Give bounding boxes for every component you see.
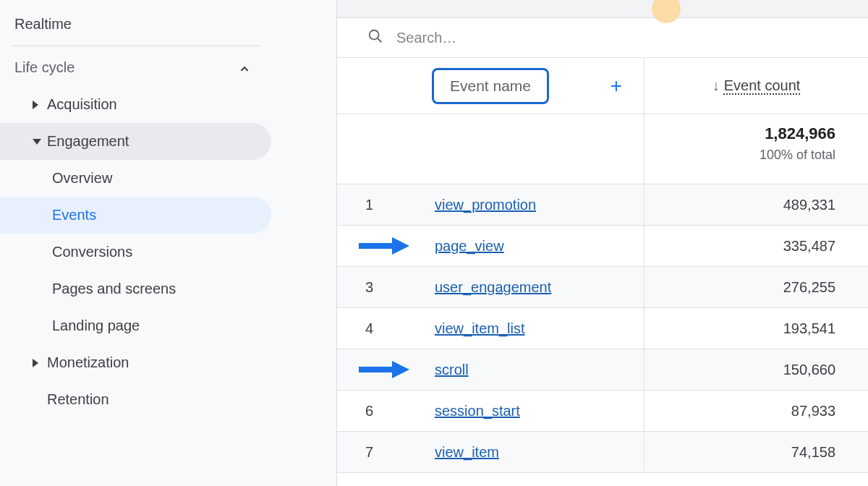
row-count: 335,487 [644, 238, 868, 255]
top-bar [337, 0, 868, 18]
sidebar-label: Pages and screens [52, 281, 176, 297]
event-name-highlight: Event name [432, 68, 549, 104]
caret-right-icon [33, 359, 41, 367]
sidebar-label: Acquisition [47, 96, 117, 113]
sidebar-item-overview[interactable]: Overview [0, 160, 271, 197]
search-row [337, 18, 868, 58]
sidebar-label: Events [52, 207, 96, 223]
event-link[interactable]: view_item [402, 444, 499, 461]
sidebar-item-monetization[interactable]: Monetization [0, 344, 271, 381]
total-value: 1,824,966 [644, 124, 835, 143]
table-row: 4view_item_list193,541 [337, 308, 868, 349]
svg-line-1 [378, 38, 381, 42]
divider [11, 46, 260, 46]
event-link[interactable]: view_item_list [402, 320, 524, 337]
sidebar-label: Retention [47, 391, 109, 408]
row-number: 6 [337, 403, 402, 419]
row-number: 1 [337, 197, 402, 213]
row-name-cell: 3user_engagement [337, 267, 644, 307]
sidebar-section-lifecycle[interactable]: Life cycle [0, 49, 271, 86]
event-link[interactable]: view_promotion [402, 197, 536, 213]
sidebar-item-engagement[interactable]: Engagement [0, 123, 271, 160]
event-link[interactable]: scroll [402, 362, 469, 378]
sidebar-label: Life cycle [14, 59, 75, 76]
row-name-cell: 4view_item_list [337, 308, 644, 349]
sort-desc-icon: ↓ [712, 77, 720, 94]
annotation-arrow-icon [357, 237, 409, 255]
sidebar-item-realtime[interactable]: Realtime [0, 6, 271, 43]
row-name-cell: 7view_item [337, 432, 644, 472]
row-number: 7 [337, 444, 402, 461]
row-count: 150,660 [644, 362, 868, 378]
row-name-cell: 6session_start [337, 391, 644, 431]
sidebar-label: Landing page [52, 317, 140, 334]
table-header: Event name + ↓ Event count [337, 58, 868, 114]
table-row: scroll150,660 [337, 349, 868, 391]
sidebar-label: Engagement [47, 133, 129, 150]
svg-point-0 [370, 30, 379, 40]
sidebar-label: Realtime [14, 16, 72, 33]
event-link[interactable]: user_engagement [402, 279, 551, 296]
chevron-up-icon [237, 61, 250, 74]
row-count: 276,255 [644, 279, 868, 296]
row-number: 4 [337, 320, 402, 337]
row-name-cell: page_view [337, 226, 644, 266]
annotation-arrow-icon [357, 361, 409, 378]
table-row: page_view335,487 [337, 226, 868, 267]
add-dimension-button[interactable]: + [610, 74, 622, 98]
total-percentage: 100% of total [644, 148, 835, 163]
row-name-cell: 1view_promotion [337, 184, 644, 225]
header-label: Event count [724, 77, 801, 94]
sidebar-item-acquisition[interactable]: Acquisition [0, 86, 271, 123]
main-panel: Event name + ↓ Event count 1,824,966 100… [336, 0, 868, 486]
sidebar-item-pages-screens[interactable]: Pages and screens [0, 270, 271, 307]
search-icon [367, 28, 383, 47]
svg-marker-5 [392, 361, 409, 378]
caret-right-icon [33, 101, 41, 109]
table-row: 3user_engagement276,255 [337, 267, 868, 308]
sidebar: Realtime Life cycle Acquisition Engageme… [0, 0, 336, 486]
sidebar-item-events[interactable]: Events [0, 197, 271, 234]
column-header-name[interactable]: Event name + [337, 58, 644, 114]
column-header-count[interactable]: ↓ Event count [644, 77, 868, 94]
caret-down-icon [33, 139, 41, 145]
svg-marker-3 [392, 237, 409, 255]
table-body: 1view_promotion489,331page_view335,4873u… [337, 184, 868, 473]
row-count: 489,331 [644, 197, 868, 213]
table-row: 1view_promotion489,331 [337, 184, 868, 226]
event-link[interactable]: page_view [402, 238, 504, 255]
sidebar-label: Monetization [47, 354, 129, 371]
sidebar-item-landing-page[interactable]: Landing page [0, 307, 271, 344]
search-input[interactable] [396, 30, 613, 46]
row-count: 193,541 [644, 320, 868, 337]
header-label: Event name [450, 77, 531, 94]
event-link[interactable]: session_start [402, 403, 520, 419]
sidebar-label: Conversions [52, 244, 132, 260]
row-name-cell: scroll [337, 349, 644, 390]
sidebar-label: Overview [52, 170, 112, 187]
row-number: 3 [337, 279, 402, 296]
table-row: 7view_item74,158 [337, 432, 868, 473]
row-count: 74,158 [644, 444, 868, 461]
row-count: 87,933 [644, 403, 868, 419]
sidebar-item-conversions[interactable]: Conversions [0, 234, 271, 270]
totals-row: 1,824,966 100% of total [337, 114, 868, 184]
sidebar-item-retention[interactable]: Retention [0, 381, 271, 418]
table-row: 6session_start87,933 [337, 391, 868, 432]
